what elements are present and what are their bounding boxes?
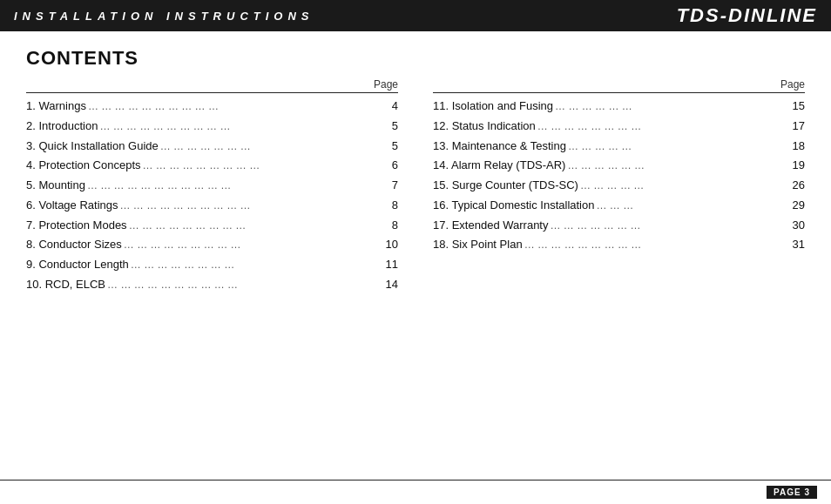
main-content: CONTENTS Page 1. Warnings … … … … … … … … bbox=[0, 31, 831, 480]
header-bar: INSTALLATION INSTRUCTIONS TDS-DINLINE bbox=[0, 0, 831, 31]
toc-page: 7 bbox=[392, 176, 398, 196]
page-label-right: Page bbox=[433, 78, 805, 93]
toc-item-text: 9. Conductor Length bbox=[26, 255, 129, 275]
toc-item-right-11: 11. Isolation and Fusing … … … … … … 15 bbox=[433, 97, 805, 117]
toc-dots: … … … … … … … … … … bbox=[98, 118, 391, 136]
toc-dots: … … … … … bbox=[578, 177, 793, 195]
toc-dots: … … … … … … … bbox=[159, 138, 392, 156]
toc-item-text: 4. Protection Concepts bbox=[26, 156, 141, 176]
toc-page: 4 bbox=[392, 97, 398, 117]
footer-bar: PAGE 3 bbox=[0, 480, 831, 504]
page-badge: PAGE 3 bbox=[767, 486, 817, 499]
toc-page: 26 bbox=[793, 176, 805, 196]
toc-dots: … … … bbox=[594, 197, 792, 215]
toc-item-text: 8. Conductor Sizes bbox=[26, 235, 122, 255]
toc-dots: … … … … … … … … bbox=[129, 256, 386, 274]
toc-dots: … … … … … … … … … … bbox=[105, 276, 385, 294]
toc-page: 8 bbox=[392, 216, 398, 236]
toc-item-text: 14. Alarm Relay (TDS-AR) bbox=[433, 156, 565, 176]
toc-item-text: 12. Status Indication bbox=[433, 117, 536, 137]
toc-page: 14 bbox=[386, 275, 398, 295]
toc-item-text: 2. Introduction bbox=[26, 117, 98, 137]
toc-page: 6 bbox=[392, 156, 398, 176]
toc-item-right-15: 15. Surge Counter (TDS-SC) … … … … … 26 bbox=[433, 176, 805, 196]
toc-right-column: Page 11. Isolation and Fusing … … … … … … bbox=[416, 78, 805, 295]
toc-page: 30 bbox=[793, 216, 805, 236]
toc-page: 15 bbox=[793, 97, 805, 117]
toc-container: Page 1. Warnings … … … … … … … … … … 4 2… bbox=[26, 78, 805, 295]
toc-page: 19 bbox=[793, 156, 805, 176]
toc-dots: … … … … … … … … … … … bbox=[85, 177, 392, 195]
toc-item-text: 6. Voltage Ratings bbox=[26, 196, 118, 216]
toc-page: 29 bbox=[793, 196, 805, 216]
toc-left-column: Page 1. Warnings … … … … … … … … … … 4 2… bbox=[26, 78, 416, 295]
toc-page: 5 bbox=[392, 117, 398, 137]
toc-dots: … … … … … … … … … … bbox=[86, 97, 392, 116]
toc-item-right-17: 17. Extended Warranty … … … … … … … 30 bbox=[433, 216, 805, 236]
toc-dots: … … … … … … … … … … bbox=[118, 197, 392, 215]
contents-heading: CONTENTS bbox=[26, 47, 805, 70]
toc-item-text: 11. Isolation and Fusing bbox=[433, 97, 553, 117]
toc-item-left-10: 10. RCD, ELCB … … … … … … … … … … 14 bbox=[26, 275, 398, 295]
toc-dots: … … … … … bbox=[566, 138, 793, 156]
toc-item-text: 18. Six Point Plan bbox=[433, 235, 523, 255]
toc-dots: … … … … … … … … … bbox=[523, 236, 793, 254]
toc-dots: … … … … … … … … … bbox=[141, 157, 392, 175]
toc-page: 11 bbox=[386, 255, 398, 275]
toc-dots: … … … … … … bbox=[565, 157, 792, 175]
toc-item-left-3: 3. Quick Installation Guide … … … … … … … bbox=[26, 137, 398, 157]
toc-item-left-9: 9. Conductor Length … … … … … … … … 11 bbox=[26, 255, 398, 275]
toc-item-text: 16. Typical Domestic Installation bbox=[433, 196, 594, 216]
toc-item-right-12: 12. Status Indication … … … … … … … … 17 bbox=[433, 117, 805, 137]
toc-page: 17 bbox=[793, 117, 805, 137]
toc-item-left-4: 4. Protection Concepts … … … … … … … … …… bbox=[26, 156, 398, 176]
toc-dots: … … … … … … … … bbox=[536, 118, 793, 136]
toc-item-left-8: 8. Conductor Sizes … … … … … … … … … 10 bbox=[26, 235, 398, 255]
toc-item-text: 5. Mounting bbox=[26, 176, 85, 196]
toc-dots: … … … … … … … … … bbox=[122, 236, 386, 254]
toc-dots: … … … … … … bbox=[553, 97, 792, 116]
toc-page: 8 bbox=[392, 196, 398, 216]
toc-page: 18 bbox=[793, 137, 805, 157]
toc-page: 10 bbox=[386, 235, 398, 255]
page-label-left: Page bbox=[26, 78, 398, 93]
toc-item-left-6: 6. Voltage Ratings … … … … … … … … … … 8 bbox=[26, 196, 398, 216]
toc-item-right-18: 18. Six Point Plan … … … … … … … … … 31 bbox=[433, 235, 805, 255]
toc-item-text: 3. Quick Installation Guide bbox=[26, 137, 159, 157]
toc-item-text: 17. Extended Warranty bbox=[433, 216, 548, 236]
toc-item-text: 10. RCD, ELCB bbox=[26, 275, 105, 295]
toc-item-left-7: 7. Protection Modes … … … … … … … … … 8 bbox=[26, 216, 398, 236]
toc-page: 5 bbox=[392, 137, 398, 157]
toc-item-text: 1. Warnings bbox=[26, 97, 86, 117]
toc-item-text: 7. Protection Modes bbox=[26, 216, 127, 236]
toc-item-right-14: 14. Alarm Relay (TDS-AR) … … … … … … 19 bbox=[433, 156, 805, 176]
toc-dots: … … … … … … … bbox=[548, 217, 792, 235]
toc-item-text: 15. Surge Counter (TDS-SC) bbox=[433, 176, 578, 196]
toc-item-left-2: 2. Introduction … … … … … … … … … … 5 bbox=[26, 117, 398, 137]
toc-item-left-1: 1. Warnings … … … … … … … … … … 4 bbox=[26, 97, 398, 117]
toc-item-text: 13. Maintenance & Testing bbox=[433, 137, 566, 157]
toc-item-left-5: 5. Mounting … … … … … … … … … … … 7 bbox=[26, 176, 398, 196]
header-title: INSTALLATION INSTRUCTIONS bbox=[14, 10, 314, 23]
toc-item-right-13: 13. Maintenance & Testing … … … … … 18 bbox=[433, 137, 805, 157]
header-logo: TDS-DINLINE bbox=[677, 4, 817, 27]
toc-dots: … … … … … … … … … bbox=[127, 217, 392, 235]
toc-item-right-16: 16. Typical Domestic Installation … … … … bbox=[433, 196, 805, 216]
toc-page: 31 bbox=[793, 235, 805, 255]
